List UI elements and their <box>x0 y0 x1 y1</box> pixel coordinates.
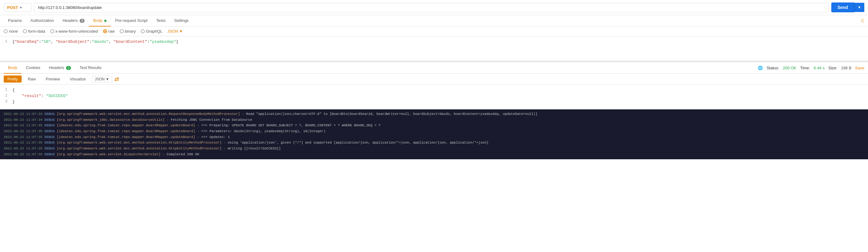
radio-urlencoded-circle <box>50 29 54 33</box>
log-line: 2021-06-22 11:07:35 DEBUG [ideatec.edu.s… <box>4 129 864 134</box>
method-select[interactable]: POST ▼ <box>4 3 31 12</box>
radio-raw-circle <box>103 29 107 33</box>
radio-binary[interactable]: binary <box>120 29 136 34</box>
body-type-row: none form-data x-www-form-urlencoded raw… <box>0 27 868 36</box>
resp-line-content-3: } <box>12 100 15 104</box>
response-headers-badge: 5 <box>66 66 71 70</box>
radio-graphql[interactable]: GraphQL <box>141 29 162 34</box>
format-pretty-button[interactable]: Pretty <box>4 75 22 82</box>
log-line: 2021-06-22 11:07:35 DEBUG [ideatec.edu.s… <box>4 134 864 140</box>
line-num-1: 1 <box>0 39 12 44</box>
request-bar: POST ▼ Send ▼ <box>0 0 868 15</box>
format-json-label: JSON <box>167 29 178 34</box>
send-dropdown-button[interactable]: ▼ <box>854 3 864 12</box>
format-preview-button[interactable]: Preview <box>42 75 64 82</box>
radio-binary-circle <box>120 29 124 33</box>
resp-line-num-2: 2 <box>0 94 12 98</box>
radio-raw[interactable]: raw <box>103 29 115 34</box>
resp-line-content-1: { <box>12 88 15 93</box>
size-label: Size: <box>828 66 837 70</box>
editor-line-1: 1 {"boardSeq":"10", "boardSubject":"dasd… <box>0 39 868 45</box>
response-tab-test-results[interactable]: Test Results <box>75 62 106 74</box>
format-json-select[interactable]: JSON ▼ <box>167 29 183 34</box>
response-tab-cookies[interactable]: Cookies <box>22 62 45 74</box>
radio-urlencoded[interactable]: x-www-form-urlencoded <box>50 29 98 34</box>
headers-badge: 8 <box>80 19 85 23</box>
resp-line-num-1: 1 <box>0 88 12 92</box>
response-body: 1 { 2 "result": "SUCCESS" 3 } <box>0 85 868 109</box>
log-line: 2021-06-22 11:07:35 DEBUG [org.springfra… <box>4 140 864 146</box>
response-format-row: Pretty Raw Preview Visualize JSON ▼ ⇄ <box>0 74 868 85</box>
c-button[interactable]: C <box>862 19 864 23</box>
format-chevron-icon: ▼ <box>179 29 183 34</box>
wrap-icon[interactable]: ⇄ <box>115 76 119 82</box>
tab-settings[interactable]: Settings <box>170 15 193 27</box>
radio-form-data[interactable]: form-data <box>23 29 45 34</box>
size-value: 198 B <box>841 66 851 70</box>
response-format-json-select[interactable]: JSON ▼ <box>92 76 112 82</box>
body-dot-indicator <box>104 20 106 22</box>
request-body-editor[interactable]: 1 {"boardSeq":"10", "boardSubject":"dasd… <box>0 36 868 61</box>
log-line: 2021-06-22 11:07:33 DEBUG [org.springfra… <box>4 111 864 117</box>
resp-line-content-2: "result": "SUCCESS" <box>12 94 68 98</box>
line-content-1: {"boardSeq":"10", "boardSubject":"dasds"… <box>12 39 178 44</box>
tab-headers[interactable]: Headers 8 <box>58 15 89 27</box>
send-button[interactable]: Send <box>831 2 854 12</box>
tab-params[interactable]: Params <box>4 15 26 27</box>
radio-none[interactable]: none <box>4 29 18 34</box>
log-line: 2021-06-22 11:07:35 DEBUG [ideatec.edu.s… <box>4 122 864 129</box>
request-tabs-row: Params Authorization Headers 8 Body Pre-… <box>0 15 868 27</box>
tab-authorization[interactable]: Authorization <box>26 15 58 27</box>
response-line-1: 1 { <box>0 87 868 93</box>
method-chevron-icon: ▼ <box>19 6 22 9</box>
save-button[interactable]: Save <box>855 66 864 70</box>
method-label: POST <box>7 5 18 10</box>
format-raw-button[interactable]: Raw <box>24 75 39 82</box>
tab-tests[interactable]: Tests <box>152 15 170 27</box>
response-line-3: 3 } <box>0 99 868 105</box>
response-format-chevron-icon: ▼ <box>105 77 109 81</box>
log-line: 2021-06-22 11:07:34 DEBUG [org.springfra… <box>4 117 864 123</box>
radio-form-data-circle <box>23 29 27 33</box>
response-status-info: 🌐 Status: 200 OK Time: 6.44 s Size: 198 … <box>758 66 864 70</box>
resp-line-num-3: 3 <box>0 100 12 104</box>
log-line: 2021-06-22 11:07:35 DEBUG [org.springfra… <box>4 151 864 157</box>
console-log-area: 2021-06-22 11:07:33 DEBUG [org.springfra… <box>0 109 868 159</box>
send-btn-group: Send ▼ <box>831 2 864 12</box>
radio-graphql-circle <box>141 29 145 33</box>
status-label: Status: <box>767 66 779 70</box>
time-value: 6.44 s <box>814 66 825 70</box>
format-visualize-button[interactable]: Visualize <box>66 75 90 82</box>
status-value: 200 OK <box>783 66 797 70</box>
response-tab-body[interactable]: Body <box>4 62 22 74</box>
tab-body[interactable]: Body <box>89 15 111 27</box>
radio-none-circle <box>4 29 8 33</box>
url-input[interactable] <box>34 3 829 12</box>
response-tab-headers[interactable]: Headers 5 <box>45 62 75 74</box>
tab-pre-request-script[interactable]: Pre-request Script <box>111 15 152 27</box>
time-label: Time: <box>800 66 810 70</box>
response-line-2: 2 "result": "SUCCESS" <box>0 93 868 99</box>
globe-icon: 🌐 <box>758 66 763 70</box>
log-line: 2021-06-22 11:07:35 DEBUG [org.springfra… <box>4 146 864 151</box>
response-tabs-row: Body Cookies Headers 5 Test Results 🌐 St… <box>0 62 868 74</box>
response-json-label: JSON <box>95 77 104 81</box>
